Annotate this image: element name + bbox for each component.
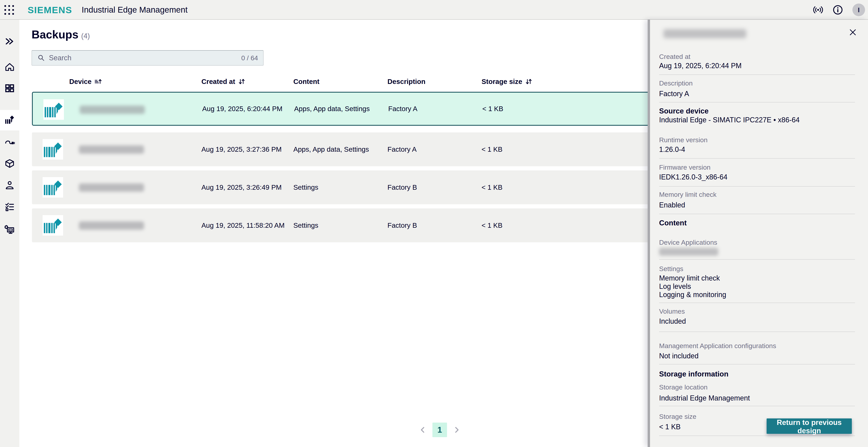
divider bbox=[659, 74, 855, 75]
cell-created-at: Aug 19, 2025, 3:27:36 PM bbox=[202, 145, 282, 153]
management-app-config-value: Not included bbox=[659, 352, 855, 360]
memory-limit-check-value: Enabled bbox=[659, 201, 855, 209]
volumes-value: Included bbox=[659, 317, 855, 325]
column-header-storage-size[interactable]: Storage size bbox=[482, 76, 532, 88]
sort-both-icon bbox=[238, 78, 245, 85]
siemens-logo: SIEMENS bbox=[28, 0, 72, 20]
page-number-button[interactable]: 1 bbox=[432, 422, 447, 437]
settings-gear-icon[interactable] bbox=[0, 443, 19, 447]
divider bbox=[659, 102, 855, 102]
content-section-header: Content bbox=[659, 219, 855, 227]
cell-content: Settings bbox=[293, 221, 318, 229]
next-page-icon[interactable] bbox=[452, 425, 461, 435]
management-app-config-label: Management Application configurations bbox=[659, 342, 855, 350]
return-to-previous-design-button[interactable]: Return to previous design bbox=[767, 418, 852, 434]
divider bbox=[659, 259, 855, 260]
redacted-device-name bbox=[80, 106, 145, 114]
divider bbox=[659, 364, 855, 365]
cell-content: Apps, App data, Settings bbox=[294, 105, 370, 113]
table-row-backup-3[interactable]: Aug 19, 2025, 3:26:49 PM Settings Factor… bbox=[32, 170, 651, 204]
page-count: (4) bbox=[81, 32, 90, 40]
sidebar-item-tasks[interactable] bbox=[0, 197, 19, 217]
settings-value-3: Logging & monitoring bbox=[659, 290, 855, 299]
divider bbox=[659, 303, 855, 303]
divider bbox=[659, 436, 855, 436]
runtime-version-value: 1.26.0-4 bbox=[659, 145, 855, 154]
search-input[interactable] bbox=[49, 54, 241, 62]
column-header-description[interactable]: Description bbox=[388, 76, 426, 88]
column-header-device[interactable]: Device bbox=[69, 76, 102, 88]
cell-content: Apps, App data, Settings bbox=[293, 145, 369, 153]
column-header-content[interactable]: Content bbox=[293, 76, 319, 88]
info-icon[interactable] bbox=[832, 4, 843, 15]
divider bbox=[659, 332, 855, 332]
industrial-edge-management-app: SIEMENS Industrial Edge Management I bbox=[0, 0, 868, 447]
volumes-label: Volumes bbox=[659, 308, 855, 315]
firmware-version-value: IEDK1.26.0-3_x86-64 bbox=[659, 173, 855, 181]
cell-description: Factory B bbox=[388, 183, 417, 191]
backup-details-panel: Created at Aug 19, 2025, 6:20:44 PM Desc… bbox=[648, 20, 868, 447]
redacted-backup-title bbox=[663, 29, 746, 38]
cell-created-at: Aug 19, 2025, 3:26:49 PM bbox=[202, 183, 282, 191]
sort-asc-icon bbox=[94, 78, 102, 85]
device-thumbnail-icon bbox=[42, 177, 63, 198]
cell-created-at: Aug 19, 2025, 6:20:44 PM bbox=[202, 105, 282, 113]
search-icon bbox=[37, 54, 45, 62]
column-header-created-at[interactable]: Created at bbox=[202, 76, 245, 88]
table-row-backup-4[interactable]: Aug 19, 2025, 11:58:20 AM Settings Facto… bbox=[32, 208, 651, 242]
divider bbox=[659, 158, 855, 159]
table-row-backup-2[interactable]: Aug 19, 2025, 3:27:36 PM Apps, App data,… bbox=[32, 132, 651, 166]
search-bar: 0 / 64 bbox=[32, 50, 264, 66]
cell-description: Factory A bbox=[388, 105, 417, 113]
settings-value-1: Memory limit check bbox=[659, 274, 855, 282]
user-avatar[interactable]: I bbox=[852, 4, 865, 16]
divider bbox=[659, 186, 855, 186]
sidebar-item-devices[interactable] bbox=[0, 110, 19, 130]
cell-created-at: Aug 19, 2025, 11:58:20 AM bbox=[202, 221, 285, 229]
source-device-label: Source device bbox=[659, 107, 855, 115]
created-at-value: Aug 19, 2025, 6:20:44 PM bbox=[659, 62, 855, 70]
cell-description: Factory A bbox=[388, 145, 416, 153]
redacted-device-applications-value bbox=[659, 248, 718, 256]
device-thumbnail-icon bbox=[42, 139, 63, 160]
device-thumbnail-icon bbox=[43, 99, 64, 120]
description-value: Factory A bbox=[659, 90, 855, 98]
cell-storage-size: < 1 KB bbox=[482, 145, 502, 153]
sidebar-item-system[interactable] bbox=[0, 220, 19, 239]
previous-page-icon[interactable] bbox=[418, 425, 427, 435]
panel-scrollbar[interactable] bbox=[648, 20, 650, 447]
table-header: Device Created at Content Description St… bbox=[0, 76, 648, 88]
redacted-device-name bbox=[79, 183, 144, 192]
page-title-text: Backups bbox=[32, 28, 79, 41]
sidebar-item-connections[interactable] bbox=[0, 132, 19, 152]
memory-limit-check-label: Memory limit check bbox=[659, 191, 855, 198]
cell-storage-size: < 1 KB bbox=[482, 183, 502, 191]
sidebar-item-users[interactable] bbox=[0, 175, 19, 195]
app-launcher-icon[interactable] bbox=[3, 4, 15, 16]
cell-content: Settings bbox=[293, 183, 318, 191]
app-title: Industrial Edge Management bbox=[82, 0, 188, 20]
sort-both-icon bbox=[525, 78, 532, 85]
expand-sidebar-icon[interactable] bbox=[0, 32, 19, 51]
table-row-backup-1[interactable]: Aug 19, 2025, 6:20:44 PM Apps, App data,… bbox=[32, 92, 651, 126]
source-device-value: Industrial Edge - SIMATIC IPC227E • x86-… bbox=[659, 116, 855, 124]
redacted-device-name bbox=[79, 221, 144, 230]
device-applications-label: Device Applications bbox=[659, 239, 855, 246]
firmware-version-label: Firmware version bbox=[659, 164, 855, 171]
cell-storage-size: < 1 KB bbox=[482, 105, 503, 113]
description-label: Description bbox=[659, 79, 855, 87]
divider bbox=[659, 214, 855, 214]
close-panel-icon[interactable] bbox=[848, 27, 858, 37]
pagination: 1 bbox=[418, 421, 461, 439]
sidebar-item-catalog[interactable] bbox=[0, 154, 19, 173]
divider bbox=[659, 406, 855, 406]
settings-value-2: Log levels bbox=[659, 282, 855, 290]
storage-section-header: Storage information bbox=[659, 370, 855, 378]
cell-description: Factory B bbox=[388, 221, 417, 229]
broadcast-icon[interactable] bbox=[812, 4, 824, 15]
created-at-label: Created at bbox=[659, 53, 855, 61]
redacted-device-name bbox=[79, 145, 144, 154]
sidebar-item-home[interactable] bbox=[0, 57, 19, 77]
page-title: Backups(4) bbox=[32, 28, 90, 41]
cell-storage-size: < 1 KB bbox=[482, 221, 502, 229]
